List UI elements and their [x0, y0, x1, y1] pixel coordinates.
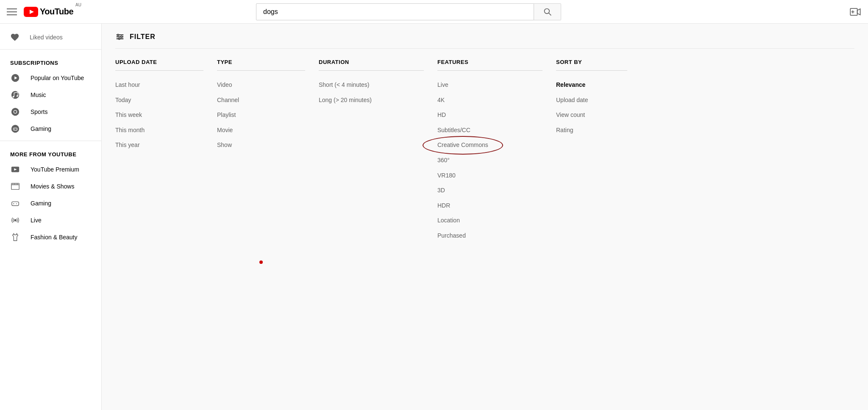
filter-360[interactable]: 360° — [437, 153, 542, 168]
more-from-youtube-title: MORE FROM YOUTUBE — [0, 144, 101, 161]
create-video-button[interactable] — [849, 6, 861, 18]
filter-live[interactable]: Live — [437, 78, 542, 93]
sidebar-item-music[interactable]: Music — [0, 86, 101, 103]
sidebar-sports-label: Sports — [31, 108, 47, 115]
sidebar-item-movies[interactable]: Movies & Shows — [0, 178, 101, 195]
filter-title: FILTER — [130, 33, 156, 41]
live-icon — [10, 215, 20, 225]
sidebar-music-label: Music — [31, 91, 46, 98]
filter-this-month[interactable]: This month — [115, 123, 203, 138]
filter-show[interactable]: Show — [217, 138, 305, 153]
filter-col-duration: DURATION Short (< 4 minutes) Long (> 20 … — [319, 59, 437, 244]
filter-channel[interactable]: Channel — [217, 93, 305, 108]
subscriptions-title: SUBSCRIPTIONS — [0, 53, 101, 69]
sidebar-movies-label: Movies & Shows — [31, 183, 74, 190]
filter-location[interactable]: Location — [437, 213, 542, 228]
filter-view-count[interactable]: View count — [556, 108, 627, 123]
svg-rect-31 — [12, 202, 19, 205]
svg-point-16 — [11, 108, 19, 116]
svg-marker-8 — [857, 9, 860, 15]
filter-playlist[interactable]: Playlist — [217, 108, 305, 123]
sidebar-gaming-more-label: Gaming — [31, 200, 51, 207]
sidebar-yt-premium-label: YouTube Premium — [31, 166, 79, 173]
sidebar-item-fashion[interactable]: Fashion & Beauty — [0, 229, 101, 246]
sidebar-item-yt-premium[interactable]: YouTube Premium — [0, 161, 101, 178]
sidebar-live-label: Live — [31, 217, 42, 224]
sidebar-item-live[interactable]: Live — [0, 212, 101, 229]
annotation-dot — [259, 260, 263, 264]
sidebar-item-sports[interactable]: Sports — [0, 103, 101, 120]
filter-movie[interactable]: Movie — [217, 123, 305, 138]
filter-col-features: FEATURES Live 4K HD Subtitles/CC Creativ… — [437, 59, 556, 244]
layout: Liked videos SUBSCRIPTIONS Popular on Yo… — [0, 24, 868, 410]
svg-rect-2 — [7, 14, 17, 15]
search-area — [256, 3, 561, 20]
filter-last-hour[interactable]: Last hour — [115, 78, 203, 93]
filter-header: FILTER — [115, 32, 854, 49]
sidebar-gaming-label: Gaming — [31, 125, 51, 132]
svg-point-14 — [13, 96, 14, 98]
filter-this-year[interactable]: This year — [115, 138, 203, 153]
svg-point-42 — [121, 36, 122, 38]
sidebar-divider-2 — [0, 141, 101, 141]
filter-hdr[interactable]: HDR — [437, 198, 542, 213]
search-input[interactable] — [256, 4, 534, 20]
gaming-more-icon — [10, 198, 20, 208]
svg-rect-25 — [11, 183, 19, 190]
filter-upload-date-sort[interactable]: Upload date — [556, 93, 627, 108]
sidebar-item-popular[interactable]: Popular on YouTube — [0, 69, 101, 86]
filter-4k[interactable]: 4K — [437, 93, 542, 108]
sidebar: Liked videos SUBSCRIPTIONS Popular on Yo… — [0, 24, 102, 410]
svg-rect-0 — [7, 8, 17, 9]
sidebar-item-gaming[interactable]: Gaming — [0, 120, 101, 137]
add-video-icon — [849, 6, 861, 18]
svg-point-43 — [118, 38, 120, 40]
popular-icon — [10, 73, 20, 83]
filter-creative-commons[interactable]: Creative Commons — [437, 138, 488, 153]
search-box — [256, 3, 534, 20]
filter-icon — [115, 32, 125, 42]
filter-today[interactable]: Today — [115, 93, 203, 108]
filter-hd[interactable]: HD — [437, 108, 542, 123]
svg-point-15 — [17, 95, 18, 97]
filter-3d[interactable]: 3D — [437, 183, 542, 198]
svg-point-34 — [16, 203, 17, 204]
hamburger-menu-icon[interactable] — [7, 7, 17, 17]
search-button[interactable] — [534, 3, 561, 20]
header-left: YouTube AU — [7, 7, 108, 17]
filter-col-sort-by: SORT BY Relevance Upload date View count… — [556, 59, 641, 244]
filter-col-upload-date: UPLOAD DATE Last hour Today This week Th… — [115, 59, 217, 244]
filter-purchased[interactable]: Purchased — [437, 228, 542, 244]
search-icon — [543, 8, 552, 16]
sort-by-header: SORT BY — [556, 59, 627, 71]
filter-long[interactable]: Long (> 20 minutes) — [319, 93, 424, 108]
filter-this-week[interactable]: This week — [115, 108, 203, 123]
filter-relevance[interactable]: Relevance — [556, 78, 627, 93]
svg-point-18 — [11, 125, 19, 133]
main-content: FILTER UPLOAD DATE Last hour Today This … — [102, 24, 868, 410]
yt-premium-icon — [10, 164, 20, 175]
svg-rect-1 — [7, 11, 17, 12]
youtube-country: AU — [75, 3, 81, 7]
youtube-wordmark: YouTube — [40, 7, 73, 17]
sidebar-popular-label: Popular on YouTube — [31, 75, 84, 81]
type-header: TYPE — [217, 59, 305, 71]
gaming-icon — [10, 124, 20, 134]
youtube-logo[interactable]: YouTube AU — [24, 7, 81, 17]
filter-video[interactable]: Video — [217, 78, 305, 93]
header: YouTube AU — [0, 0, 868, 24]
features-header: FEATURES — [437, 59, 542, 71]
sports-icon — [10, 107, 20, 117]
youtube-logo-icon — [24, 7, 38, 17]
filter-vr180[interactable]: VR180 — [437, 168, 542, 183]
sidebar-item-gaming-more[interactable]: Gaming — [0, 195, 101, 212]
svg-line-6 — [548, 13, 551, 15]
upload-date-header: UPLOAD DATE — [115, 59, 203, 71]
liked-videos-icon — [10, 33, 19, 42]
filter-short[interactable]: Short (< 4 minutes) — [319, 78, 424, 93]
svg-point-5 — [544, 8, 549, 14]
filter-subtitles[interactable]: Subtitles/CC — [437, 123, 542, 138]
header-right — [849, 6, 861, 18]
sidebar-item-liked-videos[interactable]: Liked videos — [0, 29, 101, 46]
filter-rating[interactable]: Rating — [556, 123, 627, 138]
